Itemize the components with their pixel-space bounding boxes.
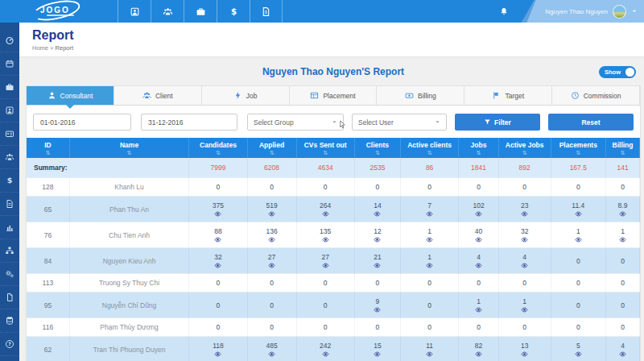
column-header-placements[interactable]: Placements⇅	[551, 138, 606, 158]
reset-button[interactable]: Reset	[548, 114, 634, 131]
column-header-active-clients[interactable]: Active clients⇅	[400, 138, 458, 158]
sort-icon[interactable]: ⇅	[460, 150, 496, 156]
sidebar-item-dollar[interactable]: $	[0, 169, 19, 193]
column-header-active-jobs[interactable]: Active Jobs⇅	[498, 138, 551, 158]
eye-icon[interactable]	[373, 306, 382, 313]
sidebar-item-calendar[interactable]	[0, 52, 19, 76]
sidebar-item-vault[interactable]	[0, 99, 19, 122]
bell-icon[interactable]	[499, 6, 509, 17]
tab-billing[interactable]: Billing	[377, 86, 464, 105]
nav-item-team[interactable]	[151, 0, 184, 23]
eye-icon[interactable]	[574, 210, 583, 218]
eye-icon[interactable]	[520, 236, 529, 243]
eye-icon[interactable]	[425, 236, 434, 243]
sidebar-item-team[interactable]	[0, 146, 19, 169]
sort-icon[interactable]: ⇅	[357, 150, 398, 156]
eye-icon[interactable]	[213, 236, 222, 243]
eye-icon[interactable]	[213, 262, 222, 269]
eye-icon[interactable]	[520, 210, 529, 218]
eye-icon[interactable]	[474, 306, 483, 313]
cell-value: 0	[459, 274, 498, 293]
sidebar-item-briefcase[interactable]	[0, 76, 19, 99]
eye-icon[interactable]	[520, 351, 529, 358]
eye-icon[interactable]	[321, 262, 330, 269]
nav-item-dollar[interactable]: $	[217, 0, 250, 23]
eye-icon[interactable]	[321, 210, 330, 218]
eye-icon[interactable]	[474, 262, 483, 269]
eye-icon[interactable]	[373, 351, 382, 358]
eye-icon[interactable]	[373, 262, 382, 269]
sort-icon[interactable]: ⇅	[191, 150, 245, 156]
eye-icon[interactable]	[321, 351, 330, 358]
sort-icon[interactable]: ⇅	[250, 150, 295, 156]
tab-placement[interactable]: Placement	[290, 86, 378, 105]
show-toggle[interactable]: Show	[599, 66, 636, 78]
eye-icon[interactable]	[213, 210, 222, 218]
eye-icon[interactable]	[213, 351, 222, 358]
sidebar-item-report[interactable]	[0, 193, 19, 216]
column-header-cvs-sent-out[interactable]: CVs Sent out⇅	[296, 138, 354, 158]
tab-label: Job	[246, 92, 258, 100]
eye-icon[interactable]	[425, 210, 434, 218]
tab-job[interactable]: Job	[202, 86, 290, 105]
eye-icon[interactable]	[373, 236, 382, 243]
eye-icon[interactable]	[574, 351, 583, 358]
date-from-input[interactable]	[33, 114, 131, 131]
sort-icon[interactable]: ⇅	[72, 150, 188, 156]
eye-icon[interactable]	[574, 236, 583, 243]
eye-icon[interactable]	[618, 236, 627, 243]
sort-icon[interactable]: ⇅	[299, 150, 353, 156]
column-header-id[interactable]: ID⇅	[27, 138, 69, 158]
nav-item-briefcase[interactable]	[184, 0, 217, 23]
tab-target[interactable]: Target	[464, 86, 552, 105]
sidebar-item-chart[interactable]	[0, 216, 19, 239]
user-menu[interactable]: Nguyen Thao Nguyen	[522, 0, 644, 23]
eye-icon[interactable]	[618, 351, 627, 358]
column-header-candidates[interactable]: Candidates⇅	[189, 138, 247, 158]
summary-value: 141	[606, 158, 640, 178]
cell-value: 0	[551, 178, 606, 197]
sort-icon[interactable]: ⇅	[28, 150, 68, 156]
sidebar-item-id-card[interactable]	[0, 122, 19, 146]
eye-icon[interactable]	[474, 236, 483, 243]
column-header-jobs[interactable]: Jobs⇅	[459, 138, 498, 158]
eye-icon[interactable]	[618, 210, 627, 218]
sort-icon[interactable]: ⇅	[402, 150, 456, 156]
tab-commission[interactable]: Commission	[552, 86, 640, 105]
column-header-billing[interactable]: Billing⇅	[606, 138, 640, 158]
eye-icon[interactable]	[267, 210, 276, 218]
eye-icon[interactable]	[267, 236, 276, 243]
column-header-name[interactable]: Name⇅	[69, 138, 189, 158]
sidebar-item-database[interactable]	[0, 309, 19, 333]
nav-item-vault[interactable]	[118, 0, 151, 23]
eye-icon[interactable]	[425, 262, 434, 269]
sidebar-item-sitemap[interactable]	[0, 239, 19, 263]
app-logo[interactable]: JOGO	[27, 1, 90, 22]
sidebar-item-file[interactable]	[0, 286, 19, 309]
eye-icon[interactable]	[267, 262, 276, 269]
group-select[interactable]: Select Group	[247, 114, 344, 131]
sidebar-item-settings[interactable]	[0, 263, 19, 286]
sort-icon[interactable]: ⇅	[501, 150, 549, 156]
eye-icon[interactable]	[520, 262, 529, 269]
column-header-clients[interactable]: Clients⇅	[354, 138, 400, 158]
filter-button[interactable]: Filter	[455, 114, 540, 131]
sort-icon[interactable]: ⇅	[608, 150, 638, 156]
sort-icon[interactable]: ⇅	[553, 150, 605, 156]
breadcrumb-home[interactable]: Home	[32, 44, 48, 52]
eye-icon[interactable]	[321, 236, 330, 243]
user-select[interactable]: Select User	[352, 114, 447, 131]
date-to-input[interactable]	[141, 114, 237, 131]
eye-icon[interactable]	[474, 351, 483, 358]
eye-icon[interactable]	[267, 351, 276, 358]
nav-item-report[interactable]	[250, 0, 283, 23]
eye-icon[interactable]	[373, 210, 382, 218]
column-header-applied[interactable]: Applied⇅	[247, 138, 296, 158]
sidebar-item-help[interactable]: ?	[0, 333, 19, 356]
sidebar-item-dashboard[interactable]	[0, 29, 19, 52]
eye-icon[interactable]	[474, 210, 483, 218]
eye-icon[interactable]	[425, 351, 434, 358]
tab-client[interactable]: Client	[114, 86, 202, 105]
tab-consultant[interactable]: Consultant	[27, 86, 114, 105]
eye-icon[interactable]	[520, 306, 529, 313]
